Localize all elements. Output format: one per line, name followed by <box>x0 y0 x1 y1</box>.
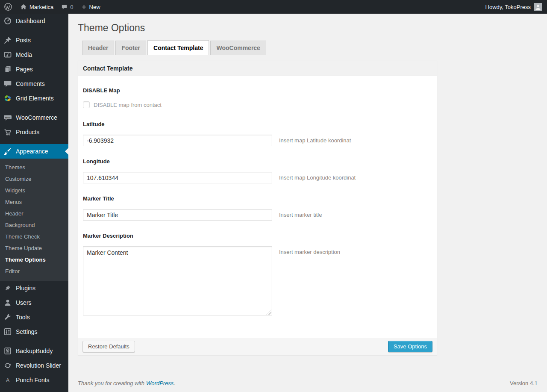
sidebar-item-label: WooCommerce <box>16 114 57 121</box>
pushpin-icon <box>3 36 12 44</box>
sidebar-item-products[interactable]: Products <box>0 125 68 139</box>
wordpress-logo-menu[interactable] <box>0 0 16 14</box>
sidebar-item-label: Users <box>16 299 32 306</box>
user-icon <box>3 298 12 307</box>
letter-a-icon: A <box>3 376 12 384</box>
submenu-item-header[interactable]: Header <box>0 208 68 219</box>
footer-thanks-suffix: . <box>174 380 176 386</box>
footer-thanks-text: Thank you for creating withWordPress. <box>78 380 176 386</box>
marker-title-label: Marker Title <box>83 196 432 201</box>
site-name-link[interactable]: Marketica <box>16 0 57 14</box>
sidebar-item-label: Pages <box>16 66 33 73</box>
submenu-item-theme-options[interactable]: Theme Options <box>0 254 68 265</box>
disable-map-label: DISABLE Map <box>83 88 432 93</box>
pages-icon <box>3 65 12 74</box>
wrench-icon <box>3 313 12 321</box>
tab-footer[interactable]: Footer <box>115 41 146 55</box>
sidebar-item-revolution-slider[interactable]: Revolution Slider <box>0 358 68 373</box>
contact-template-panel: Contact Template DISABLE Map DISABLE map… <box>78 61 437 355</box>
tab-woocommerce[interactable]: WooCommerce <box>210 41 266 55</box>
wordpress-link[interactable]: WordPress <box>146 380 174 386</box>
new-label: New <box>89 4 100 10</box>
submenu-item-menus[interactable]: Menus <box>0 196 68 208</box>
panel-title: Contact Template <box>78 61 437 76</box>
comment-bubble-icon <box>61 4 68 10</box>
page-title: Theme Options <box>78 14 538 40</box>
disable-map-field: DISABLE map from contact <box>83 101 432 109</box>
tab-header[interactable]: Header <box>82 41 114 55</box>
account-menu[interactable]: Howdy, TokoPress <box>485 0 547 14</box>
marker-title-hint: Insert marker title <box>279 212 322 218</box>
sidebar-item-label: Plugins <box>16 285 35 292</box>
sidebar-item-label: Tools <box>16 314 30 321</box>
submenu-item-theme-update[interactable]: Theme Update <box>0 242 68 254</box>
sidebar-item-label: Dashboard <box>16 18 45 24</box>
sidebar-item-label: Grid Elements <box>16 95 54 102</box>
media-icon <box>3 50 12 59</box>
longitude-input[interactable] <box>83 172 272 183</box>
submenu-item-themes[interactable]: Themes <box>0 162 68 173</box>
restore-defaults-button[interactable]: Restore Defaults <box>82 341 135 352</box>
sidebar-item-label: Products <box>16 129 39 136</box>
sidebar-item-punch-fonts[interactable]: A Punch Fonts <box>0 373 68 387</box>
tab-bar: Header Footer Contact Template WooCommer… <box>78 40 538 55</box>
svg-text:Woo: Woo <box>5 116 11 119</box>
sidebar-item-settings[interactable]: Settings <box>0 324 68 339</box>
submenu-item-customize[interactable]: Customize <box>0 173 68 185</box>
sidebar-item-users[interactable]: Users <box>0 295 68 310</box>
sidebar-item-dashboard[interactable]: Dashboard <box>0 14 68 28</box>
new-content-menu[interactable]: New <box>77 0 104 14</box>
save-options-button[interactable]: Save Options <box>388 341 432 352</box>
submenu-item-editor[interactable]: Editor <box>0 265 68 277</box>
marker-description-textarea[interactable]: Marker Content <box>83 246 272 315</box>
sidebar-item-label: Comments <box>16 80 45 87</box>
sidebar-item-backupbuddy[interactable]: BackupBuddy <box>0 344 68 358</box>
sidebar-item-grid-elements[interactable]: Grid Elements <box>0 91 68 106</box>
panel-body: DISABLE Map DISABLE map from contact Lat… <box>78 76 437 338</box>
longitude-hint: Insert map Longitude koordinat <box>279 174 356 181</box>
howdy-label: Howdy, TokoPress <box>485 4 531 10</box>
wordpress-admin-screen: Marketica 0 New Howdy, TokoPress <box>0 0 547 392</box>
sidebar-item-label: Media <box>16 51 32 58</box>
main-content: Theme Options Header Footer Contact Temp… <box>68 14 547 392</box>
version-label: Version 4.1 <box>510 380 538 386</box>
avatar <box>534 3 542 11</box>
sidebar-item-tools[interactable]: Tools <box>0 310 68 324</box>
sidebar-item-label: Appearance <box>16 148 48 155</box>
disable-map-checkbox[interactable] <box>83 101 90 108</box>
wordpress-logo-icon <box>4 3 12 11</box>
marker-title-input[interactable] <box>83 209 272 221</box>
disable-map-checkbox-label[interactable]: DISABLE map from contact <box>94 102 162 108</box>
sidebar-item-posts[interactable]: Posts <box>0 33 68 47</box>
sidebar-item-media[interactable]: Media <box>0 47 68 62</box>
comments-badge[interactable]: 0 <box>57 0 77 14</box>
sidebar-item-label: Settings <box>16 328 38 335</box>
tab-contact-template[interactable]: Contact Template <box>147 40 209 55</box>
woocommerce-icon: Woo <box>3 113 12 122</box>
backup-icon <box>3 347 12 355</box>
longitude-field: Insert map Longitude koordinat <box>83 172 432 183</box>
cycle-icon <box>3 361 12 370</box>
dashboard-icon <box>3 17 12 25</box>
panel-footer: Restore Defaults Save Options <box>78 338 437 355</box>
comment-count: 0 <box>70 4 73 10</box>
sidebar-item-plugins[interactable]: Plugins <box>0 281 68 295</box>
submenu-item-theme-check[interactable]: Theme Check <box>0 231 68 242</box>
sidebar-item-label: Revolution Slider <box>16 362 61 369</box>
sidebar-item-appearance[interactable]: Appearance <box>0 144 68 159</box>
admin-bar-left: Marketica 0 New <box>0 0 104 14</box>
page-footer: Thank you for creating withWordPress. Ve… <box>78 380 538 386</box>
sidebar-item-woocommerce[interactable]: Woo WooCommerce <box>0 110 68 125</box>
submenu-item-background[interactable]: Background <box>0 219 68 231</box>
submenu-item-widgets[interactable]: Widgets <box>0 185 68 196</box>
marker-description-field: Marker Content Insert marker description <box>83 246 432 315</box>
plug-icon <box>3 284 12 292</box>
sidebar-item-pages[interactable]: Pages <box>0 62 68 77</box>
longitude-label: Longitude <box>83 159 432 164</box>
sliders-icon <box>3 327 12 336</box>
sidebar-item-comments[interactable]: Comments <box>0 77 68 91</box>
latitude-input[interactable] <box>83 135 272 146</box>
menu-separator <box>0 139 68 144</box>
brush-icon <box>3 147 12 156</box>
latitude-hint: Insert map Latitude koordinat <box>279 137 351 144</box>
